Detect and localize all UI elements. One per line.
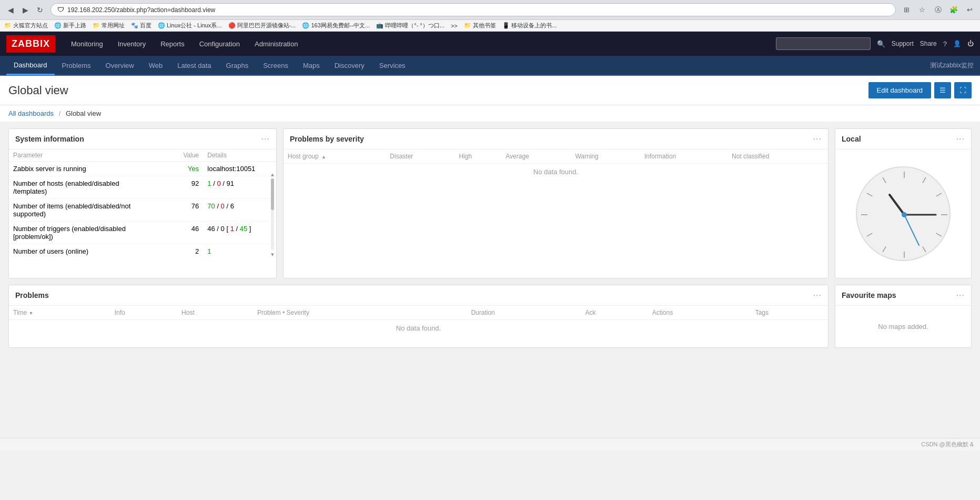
breadcrumb-parent-link[interactable]: All dashboards bbox=[8, 109, 54, 117]
value-sep: / bbox=[236, 225, 240, 233]
bookmark-star-icon[interactable]: ☆ bbox=[916, 4, 928, 16]
bookmark-more[interactable]: >> bbox=[451, 23, 458, 29]
edit-dashboard-button[interactable]: Edit dashboard bbox=[868, 82, 931, 98]
value-part: ] bbox=[249, 225, 251, 233]
user-profile-icon[interactable]: 👤 bbox=[953, 40, 961, 47]
bookmark-163[interactable]: 🌐 163网易免费邮--中文... bbox=[302, 22, 370, 29]
bookmark-icon: 🌐 bbox=[158, 22, 165, 29]
problems-widget: Problems ··· Time ▼ Info Host Problem • … bbox=[8, 285, 829, 348]
page-header: Global view Edit dashboard ☰ ⛶ bbox=[0, 76, 980, 105]
fullscreen-button[interactable]: ⛶ bbox=[954, 82, 972, 98]
favmaps-widget-menu[interactable]: ··· bbox=[956, 291, 965, 300]
reload-button[interactable]: ↻ bbox=[34, 4, 46, 16]
sec-nav-problems[interactable]: Problems bbox=[55, 56, 98, 75]
bookmark-mobile[interactable]: 📱 移动设备上的书... bbox=[502, 22, 557, 29]
sec-nav-latest-data[interactable]: Latest data bbox=[170, 56, 218, 75]
sec-nav-services[interactable]: Services bbox=[372, 56, 413, 75]
url-text: 192.168.202.250/zabbix.php?action=dashbo… bbox=[67, 6, 215, 14]
bookmark-linux[interactable]: 🌐 Linux公社 - Linux系... bbox=[158, 22, 222, 29]
breadcrumb: All dashboards / Global view bbox=[0, 105, 980, 122]
problems-col-actions: Actions bbox=[648, 306, 751, 320]
profile-icon[interactable]: Ⓐ bbox=[932, 4, 944, 16]
nav-item-reports[interactable]: Reports bbox=[153, 32, 192, 56]
widget-list-button[interactable]: ☰ bbox=[934, 82, 951, 98]
bookmark-icon: 🔴 bbox=[228, 22, 236, 29]
sysinfo-param: Zabbix server is running bbox=[9, 162, 172, 176]
sec-nav-dashboard[interactable]: Dashboard bbox=[6, 56, 55, 75]
share-link[interactable]: Share bbox=[920, 40, 937, 47]
extensions-btn[interactable]: 🧩 bbox=[947, 4, 960, 16]
extensions-icon[interactable]: ⊞ bbox=[900, 4, 913, 16]
sysinfo-param: Number of hosts (enabled/disabled/templa… bbox=[9, 176, 172, 199]
dashboard-content: System information ··· Parameter Value D… bbox=[0, 122, 980, 438]
problems-col-host: Host bbox=[177, 306, 253, 320]
sec-nav-maps[interactable]: Maps bbox=[296, 56, 327, 75]
sec-nav-screens[interactable]: Screens bbox=[256, 56, 296, 75]
favmaps-widget-body: No maps added. bbox=[835, 306, 971, 347]
problems-col-time: Time ▼ bbox=[9, 306, 110, 320]
scroll-up-btn[interactable]: ▲ bbox=[270, 172, 275, 177]
sysinfo-col-parameter: Parameter bbox=[9, 149, 172, 162]
scroll-down-btn[interactable]: ▼ bbox=[270, 252, 275, 257]
help-button[interactable]: ? bbox=[943, 40, 947, 48]
problems-widget-menu[interactable]: ··· bbox=[813, 291, 822, 300]
svg-line-14 bbox=[904, 215, 919, 245]
favmaps-widget-title: Favourite maps bbox=[842, 291, 896, 299]
clock-widget-header: Local ··· bbox=[835, 129, 971, 149]
logout-icon[interactable]: ⏻ bbox=[967, 40, 974, 47]
severity-col-disaster: Disaster bbox=[386, 149, 454, 164]
security-icon: 🛡 bbox=[57, 6, 64, 14]
scroll-indicator: ▲ ▼ bbox=[269, 171, 276, 258]
nav-item-configuration[interactable]: Configuration bbox=[192, 32, 247, 56]
bookmark-common[interactable]: 📁 常用网址 bbox=[93, 22, 125, 29]
sysinfo-widget-menu[interactable]: ··· bbox=[261, 134, 270, 144]
nav-item-administration[interactable]: Administration bbox=[247, 32, 305, 56]
bookmark-icon: 📁 bbox=[464, 22, 471, 29]
sysinfo-widget-title: System information bbox=[15, 135, 84, 143]
value-sep: / bbox=[217, 202, 220, 210]
problems-col-tags: Tags bbox=[751, 306, 828, 320]
dashboard-row-1: System information ··· Parameter Value D… bbox=[8, 128, 972, 278]
back-button[interactable]: ◀ bbox=[4, 4, 17, 16]
bookmark-alibaba[interactable]: 🔴 阿里巴巴开源镜像站-... bbox=[228, 22, 296, 29]
search-icon[interactable]: 🔍 bbox=[877, 40, 885, 48]
history-icon[interactable]: ↩ bbox=[963, 4, 976, 16]
nav-item-inventory[interactable]: Inventory bbox=[110, 32, 153, 56]
app-logo[interactable]: ZABBIX bbox=[6, 35, 55, 53]
problems-widget-title: Problems bbox=[15, 291, 49, 299]
bookmark-baidu[interactable]: 🐾 百度 bbox=[131, 22, 151, 29]
sec-nav-web[interactable]: Web bbox=[142, 56, 170, 75]
bookmark-others[interactable]: 📁 其他书签 bbox=[464, 22, 496, 29]
forward-button[interactable]: ▶ bbox=[19, 4, 32, 16]
bookmark-foxfire[interactable]: 📁 火狐官方站点 bbox=[4, 22, 48, 29]
nav-item-monitoring[interactable]: Monitoring bbox=[64, 32, 110, 56]
severity-widget-header: Problems by severity ··· bbox=[284, 129, 828, 149]
support-link[interactable]: Support bbox=[892, 40, 914, 47]
address-bar[interactable]: 🛡 192.168.202.250/zabbix.php?action=dash… bbox=[50, 3, 896, 16]
table-row: Number of items (enabled/disabled/notsup… bbox=[9, 199, 276, 222]
severity-col-average: Average bbox=[501, 149, 571, 164]
clock-widget-menu[interactable]: ··· bbox=[956, 134, 965, 144]
bookmark-label: 百度 bbox=[140, 22, 151, 29]
bookmark-bilibili[interactable]: 📺 哔哩哔哩（°- °）つ口... bbox=[376, 22, 444, 29]
header-actions: Edit dashboard ☰ ⛶ bbox=[868, 82, 972, 98]
sec-nav-graphs[interactable]: Graphs bbox=[219, 56, 256, 75]
secondary-navigation: Dashboard Problems Overview Web Latest d… bbox=[0, 56, 980, 76]
sec-nav-discovery[interactable]: Discovery bbox=[327, 56, 372, 75]
bookmark-icon: 🌐 bbox=[302, 22, 309, 29]
global-search-input[interactable] bbox=[776, 37, 871, 50]
sort-asc-icon: ▲ bbox=[321, 154, 326, 159]
scroll-bar[interactable] bbox=[271, 178, 274, 251]
sysinfo-param: Number of items (enabled/disabled/notsup… bbox=[9, 199, 172, 222]
clock-container bbox=[842, 156, 965, 272]
severity-widget-menu[interactable]: ··· bbox=[813, 134, 822, 144]
bookmark-newbie[interactable]: 🌐 新手上路 bbox=[54, 22, 86, 29]
bookmark-icon: 🌐 bbox=[54, 22, 62, 29]
sysinfo-details: localhost:10051 bbox=[203, 162, 276, 176]
favmaps-widget-header: Favourite maps ··· bbox=[835, 285, 971, 306]
sec-nav-overview[interactable]: Overview bbox=[98, 56, 142, 75]
sysinfo-value-text: Yes bbox=[188, 165, 199, 173]
table-row: No data found. bbox=[284, 164, 828, 181]
bookmark-label: 163网易免费邮--中文... bbox=[311, 22, 370, 29]
favmaps-no-data: No maps added. bbox=[842, 312, 965, 341]
